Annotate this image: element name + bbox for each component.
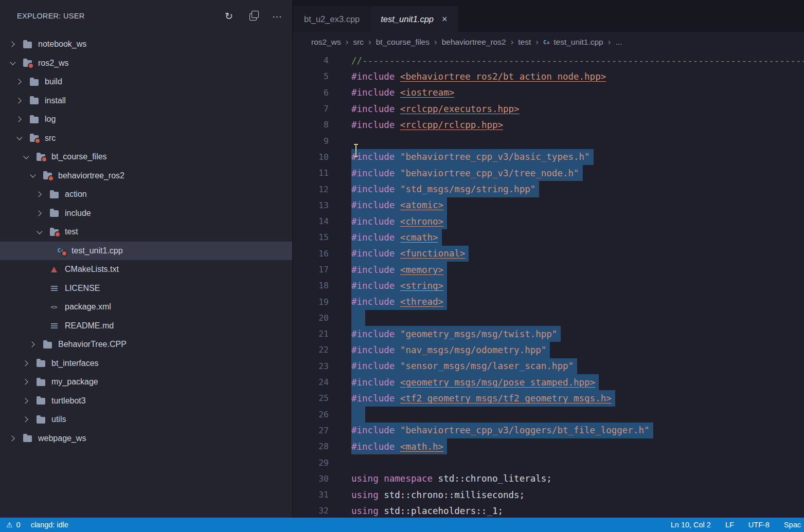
chevron-right-icon[interactable]: [22, 378, 30, 387]
breadcrumb-item[interactable]: test_unit1.cpp: [553, 38, 603, 47]
chevron-right-icon[interactable]: [35, 209, 44, 217]
breadcrumb-item[interactable]: bt_course_files: [376, 38, 430, 47]
tree-item-webpage_ws[interactable]: webpage_ws: [0, 429, 292, 448]
chevron-down-icon[interactable]: [15, 134, 24, 142]
breadcrumb-item[interactable]: src: [353, 38, 364, 47]
tree-item-behaviortree_ros2[interactable]: behaviortree_ros2: [0, 167, 292, 186]
breadcrumb-item[interactable]: behaviortree_ros2: [442, 38, 506, 47]
chevron-right-icon[interactable]: [8, 434, 17, 443]
chevron-right-icon[interactable]: [15, 78, 24, 86]
line-number: 10: [293, 152, 329, 162]
tab-test_unit1.cpp[interactable]: test_unit1.cpp×: [370, 6, 457, 32]
chevron-right-icon[interactable]: [28, 340, 37, 349]
status-cursor-position[interactable]: Ln 10, Col 2: [671, 521, 711, 529]
status-eol[interactable]: LF: [725, 521, 734, 529]
line-content: #include <cmath>: [351, 229, 442, 245]
tree-item-src[interactable]: src: [0, 129, 292, 148]
cpp-icon: C+: [55, 246, 66, 256]
line-number: 15: [293, 232, 329, 242]
status-encoding[interactable]: UTF-8: [748, 521, 770, 529]
more-actions-icon[interactable]: ···: [272, 11, 282, 21]
chevron-spacer[interactable]: [42, 246, 50, 255]
line-number: 9: [293, 136, 329, 146]
line-number: 6: [293, 88, 329, 98]
chevron-spacer[interactable]: [35, 284, 44, 292]
tree-item-log[interactable]: log: [0, 110, 292, 129]
tree-item-CMakeLists.txt[interactable]: CMakeLists.txt: [0, 260, 292, 279]
line-content: #include "behaviortree_cpp_v3/basic_type…: [351, 149, 594, 165]
main-area: EXPLORER: USER ↻ ··· notebook_wsros2_wsb…: [0, 0, 804, 518]
tree-item-utils[interactable]: utils: [0, 410, 292, 429]
chevron-spacer[interactable]: [35, 303, 44, 311]
chevron-spacer[interactable]: [35, 321, 44, 330]
tab-label: bt_u2_ex3.cpp: [304, 14, 360, 24]
breadcrumb-item[interactable]: ros2_ws: [311, 38, 341, 47]
folder-icon: [42, 339, 53, 350]
tree-item-BehaviorTree.CPP[interactable]: BehaviorTree.CPP: [0, 335, 292, 354]
tree-item-LICENSE[interactable]: LICENSE: [0, 279, 292, 298]
chevron-right-icon: ›: [535, 37, 539, 47]
code-line: 20: [293, 310, 804, 326]
line-number: 22: [293, 345, 329, 355]
code-line: 17#include <memory>: [293, 262, 804, 278]
line-number: 18: [293, 281, 329, 290]
chevron-right-icon: ›: [368, 37, 371, 47]
tree-item-test_unit1.cpp[interactable]: C+test_unit1.cpp: [0, 242, 292, 261]
chevron-right-icon[interactable]: [22, 396, 30, 405]
code-line: 8#include <rclcpp/rclcpp.hpp>: [293, 117, 804, 133]
tree-item-include[interactable]: include: [0, 204, 292, 223]
breadcrumb-item[interactable]: ...: [615, 38, 622, 47]
code-line: 9: [293, 133, 804, 149]
chevron-right-icon[interactable]: [15, 96, 24, 105]
tree-item-label: behaviortree_ros2: [58, 171, 124, 180]
copy-icon[interactable]: [249, 13, 257, 21]
tree-item-package.xml[interactable]: <>package.xml: [0, 298, 292, 317]
tree-item-label: webpage_ws: [38, 434, 86, 443]
chevron-spacer[interactable]: [35, 265, 44, 274]
tree-item-bt_course_files[interactable]: bt_course_files: [0, 148, 292, 167]
status-bar: ⚠0clangd: idle Ln 10, Col 2LFUTF-8Spac: [0, 518, 804, 532]
tree-item-notebook_ws[interactable]: notebook_ws: [0, 35, 292, 54]
tab-bar: bt_u2_ex3.cpptest_unit1.cpp×: [293, 0, 804, 32]
chevron-right-icon[interactable]: [22, 359, 30, 368]
tree-item-README.md[interactable]: README.md: [0, 317, 292, 336]
tree-item-action[interactable]: action: [0, 185, 292, 204]
chevron-right-icon[interactable]: [8, 40, 17, 49]
tree-item-label: turtlebot3: [51, 396, 86, 406]
chevron-down-icon[interactable]: [8, 59, 17, 67]
close-icon[interactable]: ×: [442, 14, 448, 25]
chevron-right-icon[interactable]: [35, 190, 44, 199]
code-line: 28#include <math.h>: [293, 438, 804, 454]
status-indentation[interactable]: Spac: [784, 521, 801, 529]
tree-item-test[interactable]: test: [0, 223, 292, 242]
line-number: 8: [293, 120, 329, 130]
git-modified-dot: [41, 156, 47, 162]
tree-item-build[interactable]: build: [0, 72, 292, 91]
chevron-right-icon[interactable]: [15, 115, 24, 124]
chevron-down-icon[interactable]: [35, 228, 44, 236]
breadcrumb-item[interactable]: test: [518, 38, 531, 47]
tree-item-ros2_ws[interactable]: ros2_ws: [0, 54, 292, 73]
status-clangd[interactable]: clangd: idle: [31, 521, 68, 529]
tree-item-install[interactable]: install: [0, 91, 292, 111]
git-modified-dot: [61, 250, 67, 256]
chevron-down-icon[interactable]: [22, 153, 30, 161]
line-number: 29: [293, 458, 329, 468]
status-problems[interactable]: ⚠0: [6, 521, 21, 529]
line-number: 31: [293, 490, 329, 500]
chevron-down-icon[interactable]: [28, 171, 37, 180]
license-icon: [48, 283, 60, 293]
chevron-right-icon: ›: [346, 37, 349, 47]
folder-icon: [35, 414, 46, 425]
folder-icon: [22, 433, 33, 444]
tree-item-bt_interfaces[interactable]: bt_interfaces: [0, 354, 292, 373]
tab-bt_u2_ex3.cpp[interactable]: bt_u2_ex3.cpp: [294, 6, 370, 32]
refresh-icon[interactable]: ↻: [225, 11, 233, 21]
code-editor[interactable]: 4//-------------------------------------…: [293, 52, 804, 518]
line-content: #include <atomic>: [351, 197, 447, 213]
chevron-right-icon[interactable]: [22, 415, 30, 424]
tree-item-turtlebot3[interactable]: turtlebot3: [0, 392, 292, 411]
folder-icon: [48, 189, 60, 199]
explorer-header: EXPLORER: USER ↻ ···: [0, 0, 292, 32]
tree-item-my_package[interactable]: my_package: [0, 373, 292, 392]
